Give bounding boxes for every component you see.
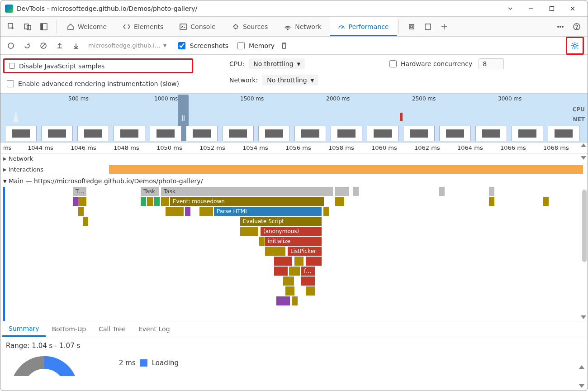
flame-bar[interactable] bbox=[199, 207, 213, 216]
settings-gear-icon[interactable] bbox=[568, 39, 582, 52]
minimize-button[interactable] bbox=[521, 1, 541, 16]
tab-bottomup[interactable]: Bottom-Up bbox=[46, 321, 93, 337]
inspect-icon[interactable] bbox=[3, 19, 19, 35]
flame-task[interactable] bbox=[489, 187, 494, 196]
clear-button[interactable] bbox=[37, 39, 50, 52]
close-button[interactable] bbox=[562, 1, 583, 16]
tab-sources[interactable]: Sources bbox=[224, 17, 276, 36]
tab-console[interactable]: Console bbox=[171, 17, 224, 36]
flame-bar[interactable] bbox=[294, 257, 303, 266]
thumbnail[interactable] bbox=[439, 126, 471, 141]
flame-parse-html[interactable]: Parse HTML bbox=[214, 207, 322, 216]
flame-bar[interactable] bbox=[78, 197, 86, 206]
flame-bar[interactable] bbox=[306, 286, 315, 296]
flame-bar[interactable] bbox=[289, 267, 300, 276]
trash-icon[interactable] bbox=[277, 39, 291, 52]
chevron-down-icon[interactable] bbox=[500, 1, 521, 16]
tab-summary[interactable]: Summary bbox=[2, 321, 46, 337]
thumbnail[interactable] bbox=[222, 126, 254, 141]
flame-bar[interactable] bbox=[154, 197, 160, 206]
flame-bar[interactable] bbox=[147, 197, 153, 206]
flame-bar[interactable] bbox=[276, 296, 290, 305]
tab-calltree[interactable]: Call Tree bbox=[92, 321, 132, 337]
scroll-down-icon[interactable] bbox=[581, 315, 586, 319]
scroll-down-icon[interactable] bbox=[579, 384, 584, 388]
maximize-button[interactable] bbox=[541, 1, 562, 16]
thumbnail[interactable] bbox=[331, 126, 362, 141]
flame-bar[interactable] bbox=[301, 277, 315, 286]
flame-bar[interactable] bbox=[543, 197, 549, 206]
plus-icon[interactable] bbox=[436, 19, 452, 35]
thumbnail[interactable] bbox=[367, 126, 398, 141]
download-icon[interactable] bbox=[69, 39, 83, 52]
flame-anonymous[interactable]: (anonymous) bbox=[261, 227, 322, 236]
screenshots-checkbox[interactable]: Screenshots bbox=[176, 41, 228, 51]
scroll-up-icon[interactable] bbox=[581, 143, 586, 147]
more-icon[interactable] bbox=[552, 19, 569, 35]
help-icon[interactable] bbox=[569, 19, 585, 35]
scroll-down-icon[interactable] bbox=[581, 156, 586, 160]
tab-elements[interactable]: Elements bbox=[115, 17, 171, 36]
advanced-paint-checkbox[interactable]: Enable advanced rendering instrumentatio… bbox=[5, 79, 193, 89]
thumbnail[interactable] bbox=[114, 126, 145, 141]
hardware-concurrency-input[interactable]: 8 bbox=[479, 58, 504, 69]
interaction-bar[interactable] bbox=[109, 165, 583, 174]
flame-bar[interactable] bbox=[141, 197, 146, 206]
flame-bar[interactable] bbox=[185, 207, 190, 216]
flame-bar[interactable] bbox=[274, 267, 288, 276]
flame-chart[interactable]: T… Task Task Event: mousedown Parse HTML… bbox=[3, 187, 588, 321]
detail-ruler[interactable]: ms 1044 ms 1046 ms 1048 ms 1050 ms 1052 … bbox=[0, 143, 588, 153]
tab-welcome[interactable]: Welcome bbox=[59, 17, 115, 36]
thumbnail[interactable] bbox=[186, 126, 218, 141]
track-interactions[interactable]: ▶Interactions bbox=[0, 164, 588, 175]
dock-icon[interactable] bbox=[36, 19, 52, 35]
flame-listpicker[interactable]: ListPicker bbox=[288, 247, 322, 256]
flame-bar[interactable] bbox=[285, 286, 294, 296]
track-network[interactable]: ▶Network bbox=[0, 153, 588, 164]
thumbnail[interactable] bbox=[512, 126, 543, 141]
flame-f[interactable]: f… bbox=[301, 267, 315, 276]
flame-bar[interactable] bbox=[274, 257, 292, 266]
flame-task[interactable]: Task bbox=[141, 187, 159, 196]
flame-evaluate-script[interactable]: Evaluate Script bbox=[240, 217, 322, 226]
thumbnail[interactable] bbox=[294, 126, 326, 141]
flame-bar[interactable] bbox=[240, 227, 258, 236]
tab-network[interactable]: Network bbox=[276, 17, 329, 36]
flame-bar[interactable] bbox=[166, 207, 184, 216]
chip-icon[interactable] bbox=[403, 19, 420, 35]
vertical-scrollbar[interactable] bbox=[582, 190, 587, 262]
device-toggle-icon[interactable] bbox=[19, 19, 36, 35]
flame-bar[interactable] bbox=[323, 207, 329, 216]
flame-task[interactable] bbox=[335, 187, 349, 196]
thumbnail[interactable] bbox=[548, 126, 579, 141]
tab-performance[interactable]: Performance bbox=[330, 17, 397, 36]
timeline-overview[interactable]: 500 ms 1000 ms 1500 ms 2000 ms 2500 ms 3… bbox=[0, 94, 588, 143]
flame-bar[interactable] bbox=[283, 277, 294, 286]
record-button[interactable] bbox=[4, 39, 18, 52]
panel-icon[interactable] bbox=[420, 19, 436, 35]
memory-checkbox[interactable]: Memory bbox=[236, 41, 275, 51]
flame-bar[interactable] bbox=[73, 197, 78, 206]
thumbnail[interactable] bbox=[5, 126, 37, 141]
thumbnail[interactable] bbox=[150, 126, 181, 141]
flame-bar[interactable] bbox=[259, 237, 265, 246]
flame-event-mousedown[interactable]: Event: mousedown bbox=[170, 197, 324, 206]
flame-task[interactable] bbox=[439, 187, 445, 196]
flamegraph-area[interactable]: ▶Network ▶Interactions ▼ Main — https://… bbox=[0, 153, 588, 321]
flame-bar[interactable] bbox=[78, 207, 84, 216]
flame-bar[interactable] bbox=[161, 197, 169, 206]
track-main-header[interactable]: ▼ Main — https://microsoftedge.github.io… bbox=[0, 175, 588, 187]
reload-record-button[interactable] bbox=[20, 39, 34, 52]
hardware-concurrency-checkbox[interactable]: Hardware concurrency 8 bbox=[388, 58, 504, 69]
flame-task[interactable]: Task bbox=[161, 187, 333, 196]
thumbnail[interactable] bbox=[475, 126, 507, 141]
flame-task[interactable]: T… bbox=[73, 187, 86, 196]
flame-initialize[interactable]: initialize bbox=[265, 237, 322, 246]
thumbnail[interactable] bbox=[41, 126, 73, 141]
network-throttling-select[interactable]: No throttling▼ bbox=[262, 75, 318, 86]
recording-selector[interactable]: microsoftedge.github.i… ▼ bbox=[85, 42, 169, 49]
thumbnail[interactable] bbox=[258, 126, 290, 141]
flame-bar[interactable] bbox=[306, 257, 322, 266]
tab-eventlog[interactable]: Event Log bbox=[132, 321, 176, 337]
flame-bar[interactable] bbox=[83, 217, 88, 226]
